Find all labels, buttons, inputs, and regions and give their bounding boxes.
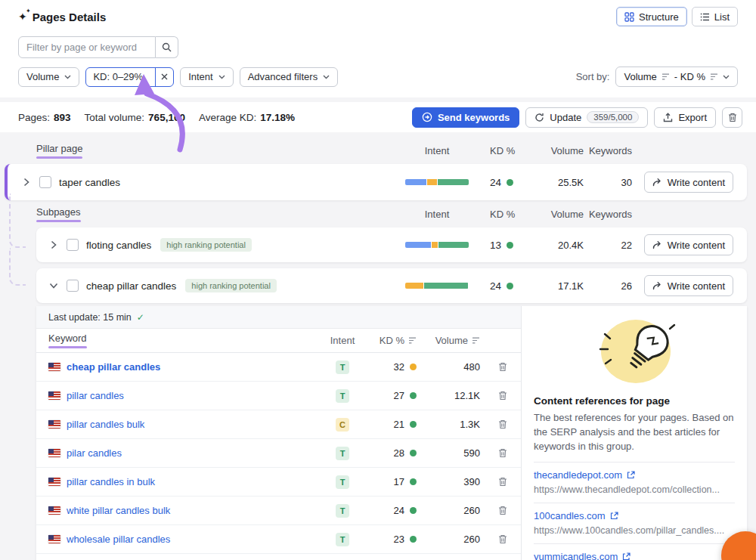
kd-value: 27 — [394, 390, 404, 401]
write-content-button[interactable]: Write content — [644, 275, 733, 296]
keyword-table-header: Keyword Intent KD % Volume — [36, 329, 521, 353]
ranking-potential-badge: high ranking potential — [185, 279, 277, 292]
sort-controls: Sort by: Volume - KD % — [576, 67, 738, 87]
reference-domain-link[interactable]: thecandledepot.com — [534, 469, 735, 481]
delete-keyword-button[interactable] — [497, 504, 509, 517]
references-description: The best references for your pages. Base… — [534, 411, 735, 463]
us-flag-icon — [48, 391, 60, 400]
pillar-page-row[interactable]: taper candles 24 25.5K 30 Write content — [5, 164, 747, 200]
remove-kd-filter-icon[interactable] — [155, 67, 173, 87]
delete-keyword-button[interactable] — [497, 447, 509, 459]
kd-difficulty-dot — [410, 421, 417, 428]
keyword-row: pillar candles T 27 12.1K — [36, 382, 521, 410]
intent-badge: T — [336, 504, 349, 518]
intent-column-header: Intent — [321, 335, 364, 346]
trash-icon — [498, 534, 507, 544]
reference-domain-link[interactable]: 100candles.com — [534, 510, 735, 521]
intent-badge: T — [336, 447, 349, 460]
volume-value: 390 — [417, 476, 480, 487]
write-content-button[interactable]: Write content — [644, 172, 733, 193]
keywords-count: 30 — [584, 177, 632, 188]
volume-value: 260 — [417, 534, 480, 545]
subpages-section-header: Subpages Intent KD % Volume Keywords — [0, 200, 747, 227]
delete-keyword-button[interactable] — [497, 533, 509, 546]
forward-arrow-icon — [652, 178, 662, 187]
kd-difficulty-dot — [410, 392, 417, 399]
row-checkbox[interactable] — [39, 176, 51, 188]
row-checkbox[interactable] — [67, 280, 79, 292]
export-button[interactable]: Export — [654, 107, 716, 128]
keyword-link[interactable]: pillar candles — [67, 390, 124, 401]
write-content-button[interactable]: Write content — [644, 234, 733, 255]
reference-item: thecandledepot.com https://www.thecandle… — [534, 463, 735, 503]
intent-distribution-bar — [405, 242, 469, 248]
reference-item: 100candles.com https://www.100candles.co… — [534, 503, 735, 544]
pillar-section-header: Pillar page Intent KD % Volume Keywords — [0, 137, 747, 164]
delete-pages-button[interactable] — [722, 107, 742, 128]
kd-filter-chip[interactable]: KD: 0–29% — [85, 67, 174, 87]
delete-keyword-button[interactable] — [497, 418, 509, 431]
column-volume: Volume — [529, 145, 584, 156]
volume-value: 25.5K — [529, 177, 584, 188]
update-quota-badge: 359/5,000 — [587, 111, 639, 123]
advanced-filters-chip[interactable]: Advanced filters — [240, 67, 339, 87]
column-intent: Intent — [390, 209, 484, 220]
trash-icon — [498, 506, 507, 515]
trash-icon — [498, 477, 507, 487]
intent-filter-chip[interactable]: Intent — [180, 67, 234, 87]
page-title-text: Pages Details — [33, 11, 107, 23]
keyword-link[interactable]: cheap pillar candles — [67, 361, 160, 373]
row-checkbox[interactable] — [67, 239, 79, 251]
sort-primary-value: Volume — [624, 71, 656, 82]
intent-distribution-bar — [405, 283, 469, 289]
expand-chevron-icon[interactable] — [48, 240, 59, 249]
volume-value: 480 — [417, 361, 480, 373]
send-keywords-button[interactable]: Send keywords — [412, 107, 519, 128]
us-flag-icon — [48, 478, 60, 486]
advanced-filters-label: Advanced filters — [248, 71, 318, 82]
keyword-link[interactable]: wholesale pillar candles — [67, 534, 170, 545]
delete-keyword-button[interactable] — [497, 389, 509, 402]
kd-difficulty-dot — [410, 450, 417, 456]
search-row — [18, 36, 738, 58]
sort-select[interactable]: Volume - KD % — [615, 67, 738, 87]
volume-filter-chip[interactable]: Volume — [18, 67, 79, 87]
kd-column-header[interactable]: KD % — [364, 335, 417, 346]
forward-arrow-icon — [652, 240, 662, 249]
keyword-link[interactable]: white pillar candles bulk — [67, 505, 170, 516]
subpage-row[interactable]: floting candles high ranking potential 1… — [36, 227, 747, 262]
subpage-name: floting candles — [86, 240, 151, 251]
volume-value: 17.1K — [529, 280, 584, 292]
export-icon — [663, 113, 673, 122]
keyword-row: cheap pillar candles T 32 480 — [36, 353, 521, 382]
external-link-icon — [622, 552, 631, 560]
column-kd: KD % — [484, 145, 529, 156]
kd-value: 23 — [394, 534, 404, 545]
keyword-link[interactable]: pilar candles — [67, 447, 122, 459]
update-button[interactable]: Update 359/5,000 — [525, 107, 648, 128]
collapse-chevron-icon[interactable] — [48, 281, 59, 290]
expand-chevron-icon[interactable] — [21, 178, 32, 187]
volume-value: 1.3K — [417, 419, 480, 430]
intent-distribution-bar — [405, 179, 469, 185]
list-view-button[interactable]: List — [692, 7, 738, 26]
kd-difficulty-dot — [410, 478, 417, 485]
search-button[interactable] — [156, 36, 178, 58]
filter-search-input[interactable] — [18, 36, 156, 58]
subpage-row-expanded[interactable]: cheap pillar candles high ranking potent… — [36, 268, 747, 303]
intent-badge: C — [336, 418, 349, 432]
volume-column-header[interactable]: Volume — [417, 335, 480, 346]
us-flag-icon — [48, 449, 60, 457]
delete-keyword-button[interactable] — [497, 360, 509, 373]
reference-domain-link[interactable]: yummicandles.com — [534, 551, 735, 560]
intent-chip-label: Intent — [188, 71, 213, 82]
external-link-icon — [610, 512, 618, 520]
kd-value: 13 — [490, 240, 501, 251]
ai-sparkle-icon: ✦✦ — [18, 11, 27, 22]
intent-badge: T — [336, 533, 349, 546]
keyword-link[interactable]: pillar candles in bulk — [67, 476, 155, 487]
trash-icon — [498, 362, 507, 372]
keyword-link[interactable]: pillar candles bulk — [67, 419, 144, 430]
structure-view-button[interactable]: Structure — [616, 7, 687, 26]
delete-keyword-button[interactable] — [497, 475, 509, 488]
